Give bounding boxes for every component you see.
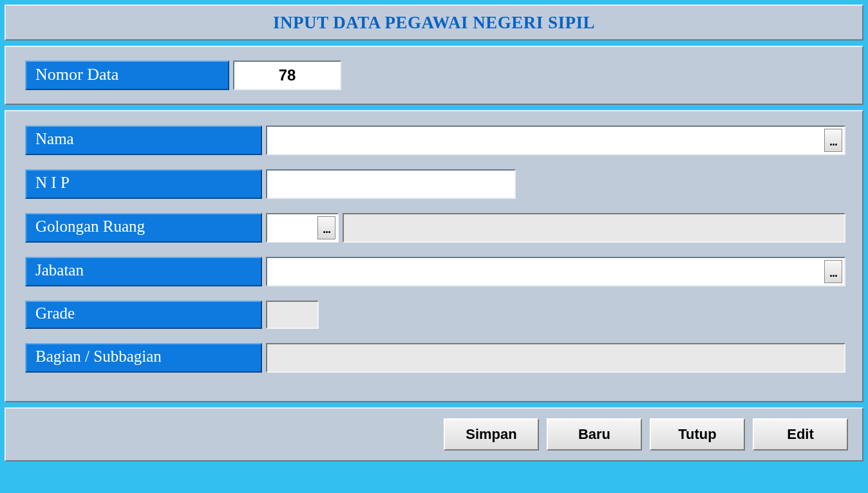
nama-picker-button[interactable]: ... xyxy=(824,129,842,152)
row-bagian: Bagian / Subbagian xyxy=(25,343,845,373)
row-nama: Nama ... xyxy=(25,126,845,155)
tutup-button[interactable]: Tutup xyxy=(650,418,745,451)
nomor-data-value: 78 xyxy=(233,60,341,90)
row-grade: Grade xyxy=(25,301,845,329)
nomor-data-label: Nomor Data xyxy=(25,60,229,90)
golongan-code-input[interactable]: ... xyxy=(266,213,339,243)
record-id-panel: Nomor Data 78 xyxy=(5,46,863,105)
jabatan-label: Jabatan xyxy=(25,257,262,286)
jabatan-input[interactable]: ... xyxy=(266,257,845,286)
nip-input[interactable] xyxy=(266,169,516,199)
button-panel: Simpan Baru Tutup Edit xyxy=(5,407,863,461)
form-panel: Nama ... N I P Golongan Ruang ... Jabata… xyxy=(5,110,863,402)
ellipsis-icon: ... xyxy=(829,266,837,280)
nama-label: Nama xyxy=(25,126,262,155)
bagian-label: Bagian / Subbagian xyxy=(25,343,262,373)
ellipsis-icon: ... xyxy=(829,135,837,149)
ellipsis-icon: ... xyxy=(323,223,330,236)
nip-label: N I P xyxy=(25,169,262,199)
golongan-picker-button[interactable]: ... xyxy=(317,216,335,239)
golongan-label: Golongan Ruang xyxy=(25,213,262,243)
row-nip: N I P xyxy=(25,169,845,199)
edit-button[interactable]: Edit xyxy=(753,418,848,451)
golongan-desc-input xyxy=(343,213,845,243)
grade-input xyxy=(266,301,319,329)
bagian-input xyxy=(266,343,845,373)
simpan-button[interactable]: Simpan xyxy=(444,418,539,451)
form-title: INPUT DATA PEGAWAI NEGERI SIPIL xyxy=(273,13,595,33)
grade-label: Grade xyxy=(25,301,262,329)
baru-button[interactable]: Baru xyxy=(547,418,642,451)
row-jabatan: Jabatan ... xyxy=(25,257,845,286)
jabatan-picker-button[interactable]: ... xyxy=(824,260,842,283)
nama-input[interactable]: ... xyxy=(266,126,845,155)
title-panel: INPUT DATA PEGAWAI NEGERI SIPIL xyxy=(5,5,863,41)
row-golongan: Golongan Ruang ... xyxy=(25,213,845,243)
